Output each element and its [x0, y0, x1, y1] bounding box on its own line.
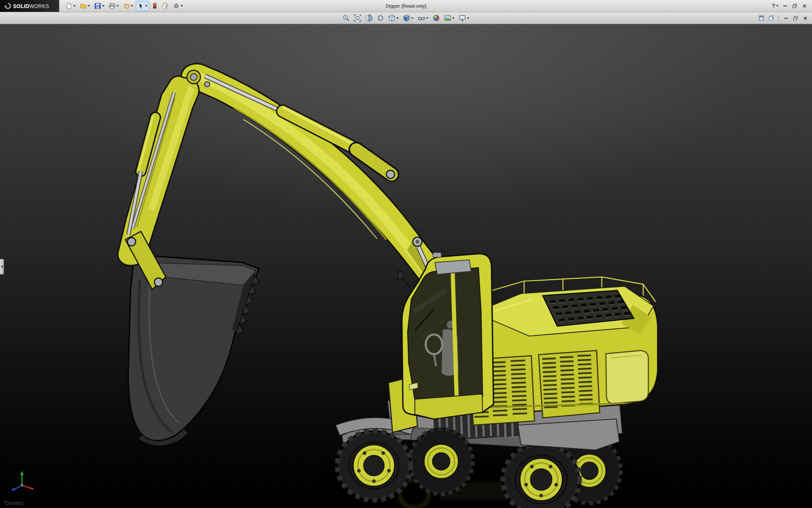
new-document-icon [66, 3, 72, 9]
rear-side-window [606, 351, 648, 403]
save-floppy-icon [94, 3, 101, 9]
close-icon: × [803, 3, 806, 9]
edit-appearance-button[interactable] [431, 13, 442, 23]
view-orientation-label: *Dimetric [3, 500, 24, 506]
wheel-front-right [410, 429, 473, 494]
restore-button[interactable] [790, 2, 799, 10]
display-style-cube-icon [403, 14, 410, 22]
antenna [440, 244, 442, 253]
solidworks-brand: SOLIDWORKS [0, 0, 59, 12]
dropdown-arrow-icon[interactable] [131, 5, 133, 7]
zoom-to-fit-icon [354, 14, 361, 22]
boom-arm[interactable] [181, 64, 453, 290]
bucket[interactable] [128, 256, 259, 446]
open-folder-icon [80, 3, 87, 9]
print-button[interactable] [107, 1, 121, 11]
rotate-view-icon [377, 14, 384, 22]
doc-close-button[interactable]: × [801, 15, 809, 22]
wheel-rear-left [503, 444, 579, 508]
roof-beacon [433, 253, 442, 257]
dropdown-arrow-icon[interactable] [411, 17, 414, 19]
collapse-arrow-icon [1, 265, 3, 268]
dropdown-arrow-icon[interactable] [426, 17, 428, 19]
view-toolbar: × [0, 12, 812, 24]
options-gear-icon [173, 3, 180, 9]
undo-button[interactable] [121, 1, 135, 11]
restore-icon [793, 16, 798, 20]
viewport-3d[interactable]: *Dimetric [0, 24, 812, 508]
view-settings-button[interactable] [457, 13, 471, 23]
undo-arrow-icon [123, 3, 130, 9]
brand-text-light: WORKS [29, 3, 49, 9]
wheel-front-left [337, 431, 411, 500]
heads-up-toolbar [340, 12, 472, 24]
titlebar: SOLIDWORKS [0, 0, 812, 12]
dropdown-arrow-icon[interactable] [776, 5, 779, 7]
view-orientation-button[interactable] [387, 13, 401, 23]
hide-show-items-button[interactable] [416, 13, 430, 23]
new-document-button[interactable] [64, 1, 77, 11]
tile-window-button[interactable] [757, 15, 765, 22]
3ds-swirl-icon [3, 3, 11, 9]
orientation-triad[interactable] [8, 468, 36, 496]
window-controls: ? × [771, 2, 812, 10]
dropdown-arrow-icon[interactable] [102, 5, 104, 7]
doc-restore-button[interactable] [791, 15, 800, 22]
hide-show-glasses-icon [418, 14, 425, 22]
dropdown-arrow-icon[interactable] [145, 5, 148, 7]
zoom-to-fit-button[interactable] [352, 13, 363, 23]
close-button[interactable]: × [800, 2, 809, 10]
select-cursor-icon [137, 3, 144, 9]
options-button[interactable] [171, 1, 185, 11]
dropdown-arrow-icon[interactable] [452, 17, 455, 19]
side-mirror [398, 272, 403, 279]
print-icon [109, 3, 115, 9]
view-settings-monitor-icon [459, 14, 466, 22]
save-button[interactable] [93, 1, 106, 11]
document-window-controls: × [757, 15, 812, 22]
dropdown-arrow-icon[interactable] [73, 5, 76, 7]
dropdown-arrow-icon[interactable] [396, 17, 399, 19]
excavator-model[interactable] [0, 24, 812, 508]
select-button[interactable] [136, 1, 149, 11]
minimize-icon [784, 18, 788, 19]
file-properties-button[interactable] [160, 1, 170, 11]
help-button[interactable]: ? [771, 2, 779, 10]
zoom-in-out-button[interactable] [341, 13, 351, 23]
triad-z-axis [14, 485, 22, 489]
stick-cylinder[interactable] [205, 76, 395, 178]
doc-minimize-button[interactable] [782, 15, 790, 22]
panel-collapse-tab[interactable] [0, 259, 4, 274]
zoom-icon [343, 14, 350, 22]
minimize-icon [783, 6, 787, 6]
dropdown-arrow-icon[interactable] [181, 5, 183, 7]
appearance-ball-icon [433, 14, 440, 22]
section-view-icon [365, 14, 373, 22]
view-orientation-cube-icon [388, 14, 395, 22]
solidworks-window: SOLIDWORKS [0, 0, 812, 508]
section-view-button[interactable] [364, 13, 374, 23]
open-button[interactable] [78, 1, 92, 11]
dropdown-arrow-icon[interactable] [88, 5, 90, 7]
apply-scene-button[interactable] [442, 13, 456, 23]
rotate-view-button[interactable] [375, 13, 386, 23]
window-title: Digger [Read-only] [386, 3, 426, 8]
cascade-window-icon [768, 15, 774, 21]
cascade-window-button[interactable] [767, 15, 775, 22]
brand-text-bold: SOLID [13, 3, 29, 9]
close-icon: × [804, 15, 807, 21]
tile-window-icon [759, 15, 764, 21]
apply-scene-icon [444, 14, 451, 22]
dropdown-arrow-icon[interactable] [467, 17, 469, 19]
dropdown-arrow-icon[interactable] [116, 5, 119, 7]
xpress-products-icon [152, 3, 158, 9]
minimize-button[interactable] [781, 2, 789, 10]
rear-wheels[interactable] [503, 438, 621, 508]
display-style-button[interactable] [401, 13, 415, 23]
standard-toolbar [59, 1, 185, 11]
xpress-products-button[interactable] [150, 1, 159, 11]
restore-icon [793, 4, 797, 8]
triad-x-axis [22, 485, 31, 489]
side-grille-right [538, 351, 599, 418]
file-properties-icon [162, 3, 169, 9]
